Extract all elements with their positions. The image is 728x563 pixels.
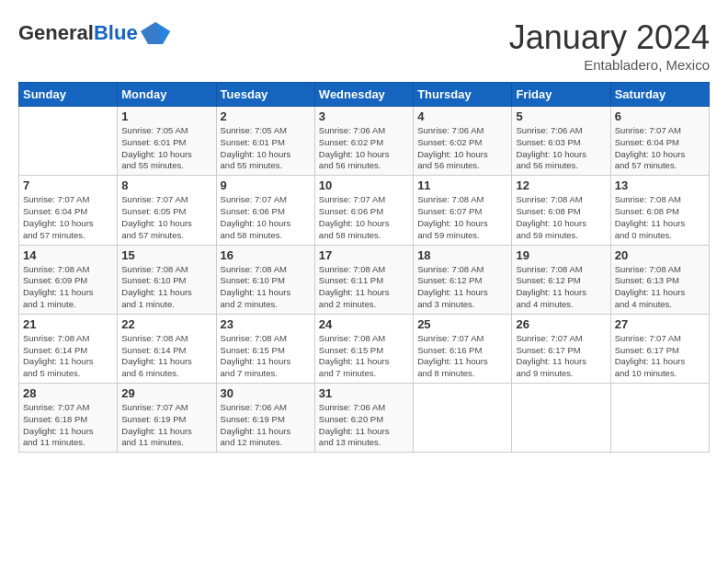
calendar-table: SundayMondayTuesdayWednesdayThursdayFrid… (18, 82, 710, 453)
day-number: 25 (417, 317, 507, 331)
calendar-day-cell: 10Sunrise: 7:07 AM Sunset: 6:06 PM Dayli… (314, 176, 413, 245)
calendar-day-cell: 24Sunrise: 7:08 AM Sunset: 6:15 PM Dayli… (314, 314, 413, 383)
calendar-day-cell: 28Sunrise: 7:07 AM Sunset: 6:18 PM Dayli… (19, 384, 118, 453)
weekday-header-monday: Monday (118, 83, 216, 107)
day-info: Sunrise: 7:08 AM Sunset: 6:12 PM Dayligh… (417, 264, 507, 311)
day-number: 18 (417, 248, 507, 262)
calendar-week-row: 21Sunrise: 7:08 AM Sunset: 6:14 PM Dayli… (19, 314, 710, 383)
location-subtitle: Entabladero, Mexico (509, 57, 710, 73)
day-number: 31 (319, 386, 409, 400)
page-header: GeneralBlue January 2024 Entabladero, Me… (18, 18, 710, 73)
day-info: Sunrise: 7:08 AM Sunset: 6:11 PM Dayligh… (319, 264, 409, 311)
day-number: 6 (615, 109, 705, 123)
calendar-day-cell: 7Sunrise: 7:07 AM Sunset: 6:04 PM Daylig… (19, 176, 118, 245)
day-info: Sunrise: 7:08 AM Sunset: 6:14 PM Dayligh… (23, 333, 113, 380)
logo-general-text: General (18, 21, 94, 44)
logo-icon (141, 18, 170, 48)
day-info: Sunrise: 7:07 AM Sunset: 6:06 PM Dayligh… (221, 194, 311, 241)
calendar-day-cell: 20Sunrise: 7:08 AM Sunset: 6:13 PM Dayli… (610, 245, 709, 314)
calendar-day-cell: 5Sunrise: 7:06 AM Sunset: 6:03 PM Daylig… (512, 107, 610, 176)
calendar-day-cell: 31Sunrise: 7:06 AM Sunset: 6:20 PM Dayli… (314, 384, 413, 453)
day-number: 2 (221, 109, 311, 123)
day-info: Sunrise: 7:08 AM Sunset: 6:15 PM Dayligh… (319, 333, 409, 380)
weekday-header-saturday: Saturday (610, 83, 709, 107)
calendar-day-cell: 13Sunrise: 7:08 AM Sunset: 6:08 PM Dayli… (610, 176, 709, 245)
calendar-day-cell: 19Sunrise: 7:08 AM Sunset: 6:12 PM Dayli… (512, 245, 610, 314)
day-number: 17 (319, 248, 409, 262)
day-number: 12 (516, 178, 606, 192)
day-info: Sunrise: 7:08 AM Sunset: 6:09 PM Dayligh… (23, 264, 113, 311)
day-number: 29 (121, 386, 211, 400)
calendar-day-cell: 29Sunrise: 7:07 AM Sunset: 6:19 PM Dayli… (118, 384, 216, 453)
month-title: January 2024 (509, 18, 710, 57)
day-info: Sunrise: 7:08 AM Sunset: 6:12 PM Dayligh… (516, 264, 606, 311)
calendar-day-cell: 18Sunrise: 7:08 AM Sunset: 6:12 PM Dayli… (414, 245, 512, 314)
calendar-day-cell: 1Sunrise: 7:05 AM Sunset: 6:01 PM Daylig… (118, 107, 216, 176)
day-number: 23 (221, 317, 311, 331)
day-info: Sunrise: 7:07 AM Sunset: 6:18 PM Dayligh… (23, 402, 113, 449)
day-number: 11 (417, 178, 507, 192)
weekday-header-wednesday: Wednesday (314, 83, 413, 107)
day-number: 19 (516, 248, 606, 262)
calendar-day-cell: 14Sunrise: 7:08 AM Sunset: 6:09 PM Dayli… (19, 245, 118, 314)
day-number: 22 (121, 317, 211, 331)
day-number: 26 (516, 317, 606, 331)
day-info: Sunrise: 7:08 AM Sunset: 6:08 PM Dayligh… (516, 194, 606, 241)
calendar-week-row: 14Sunrise: 7:08 AM Sunset: 6:09 PM Dayli… (19, 245, 710, 314)
calendar-week-row: 7Sunrise: 7:07 AM Sunset: 6:04 PM Daylig… (19, 176, 710, 245)
day-info: Sunrise: 7:08 AM Sunset: 6:10 PM Dayligh… (221, 264, 311, 311)
calendar-day-cell: 6Sunrise: 7:07 AM Sunset: 6:04 PM Daylig… (610, 107, 709, 176)
calendar-day-cell: 26Sunrise: 7:07 AM Sunset: 6:17 PM Dayli… (512, 314, 610, 383)
weekday-header-friday: Friday (512, 83, 610, 107)
calendar-day-cell: 23Sunrise: 7:08 AM Sunset: 6:15 PM Dayli… (216, 314, 314, 383)
weekday-header-tuesday: Tuesday (216, 83, 314, 107)
weekday-header-thursday: Thursday (414, 83, 512, 107)
day-info: Sunrise: 7:07 AM Sunset: 6:19 PM Dayligh… (121, 402, 211, 449)
day-number: 14 (23, 248, 113, 262)
calendar-day-cell: 2Sunrise: 7:05 AM Sunset: 6:01 PM Daylig… (216, 107, 314, 176)
day-info: Sunrise: 7:08 AM Sunset: 6:08 PM Dayligh… (615, 194, 705, 241)
calendar-day-cell: 27Sunrise: 7:07 AM Sunset: 6:17 PM Dayli… (610, 314, 709, 383)
day-number: 10 (319, 178, 409, 192)
calendar-week-row: 1Sunrise: 7:05 AM Sunset: 6:01 PM Daylig… (19, 107, 710, 176)
day-number: 28 (23, 386, 113, 400)
day-number: 5 (516, 109, 606, 123)
empty-cell (19, 107, 118, 176)
calendar-day-cell: 22Sunrise: 7:08 AM Sunset: 6:14 PM Dayli… (118, 314, 216, 383)
weekday-header-sunday: Sunday (19, 83, 118, 107)
logo-blue-text: Blue (94, 21, 138, 44)
calendar-header: SundayMondayTuesdayWednesdayThursdayFrid… (19, 83, 710, 107)
calendar-week-row: 28Sunrise: 7:07 AM Sunset: 6:18 PM Dayli… (19, 384, 710, 453)
day-number: 30 (221, 386, 311, 400)
day-info: Sunrise: 7:07 AM Sunset: 6:06 PM Dayligh… (319, 194, 409, 241)
calendar-day-cell: 25Sunrise: 7:07 AM Sunset: 6:16 PM Dayli… (414, 314, 512, 383)
calendar-day-cell: 9Sunrise: 7:07 AM Sunset: 6:06 PM Daylig… (216, 176, 314, 245)
day-number: 24 (319, 317, 409, 331)
day-info: Sunrise: 7:07 AM Sunset: 6:04 PM Dayligh… (23, 194, 113, 241)
day-number: 4 (417, 109, 507, 123)
day-info: Sunrise: 7:07 AM Sunset: 6:04 PM Dayligh… (615, 125, 705, 172)
day-info: Sunrise: 7:06 AM Sunset: 6:19 PM Dayligh… (221, 402, 311, 449)
calendar-day-cell: 11Sunrise: 7:08 AM Sunset: 6:07 PM Dayli… (414, 176, 512, 245)
empty-cell (512, 384, 610, 453)
day-number: 21 (23, 317, 113, 331)
calendar-body: 1Sunrise: 7:05 AM Sunset: 6:01 PM Daylig… (19, 107, 710, 453)
calendar-day-cell: 3Sunrise: 7:06 AM Sunset: 6:02 PM Daylig… (314, 107, 413, 176)
day-number: 27 (615, 317, 705, 331)
day-info: Sunrise: 7:08 AM Sunset: 6:10 PM Dayligh… (121, 264, 211, 311)
calendar-day-cell: 21Sunrise: 7:08 AM Sunset: 6:14 PM Dayli… (19, 314, 118, 383)
calendar-day-cell: 12Sunrise: 7:08 AM Sunset: 6:08 PM Dayli… (512, 176, 610, 245)
day-info: Sunrise: 7:08 AM Sunset: 6:14 PM Dayligh… (121, 333, 211, 380)
day-number: 16 (221, 248, 311, 262)
day-number: 20 (615, 248, 705, 262)
day-number: 1 (121, 109, 211, 123)
day-info: Sunrise: 7:07 AM Sunset: 6:17 PM Dayligh… (615, 333, 705, 380)
calendar-day-cell: 4Sunrise: 7:06 AM Sunset: 6:02 PM Daylig… (414, 107, 512, 176)
day-number: 3 (319, 109, 409, 123)
day-info: Sunrise: 7:07 AM Sunset: 6:17 PM Dayligh… (516, 333, 606, 380)
day-info: Sunrise: 7:05 AM Sunset: 6:01 PM Dayligh… (221, 125, 311, 172)
empty-cell (610, 384, 709, 453)
day-info: Sunrise: 7:06 AM Sunset: 6:20 PM Dayligh… (319, 402, 409, 449)
calendar-day-cell: 15Sunrise: 7:08 AM Sunset: 6:10 PM Dayli… (118, 245, 216, 314)
day-number: 9 (221, 178, 311, 192)
